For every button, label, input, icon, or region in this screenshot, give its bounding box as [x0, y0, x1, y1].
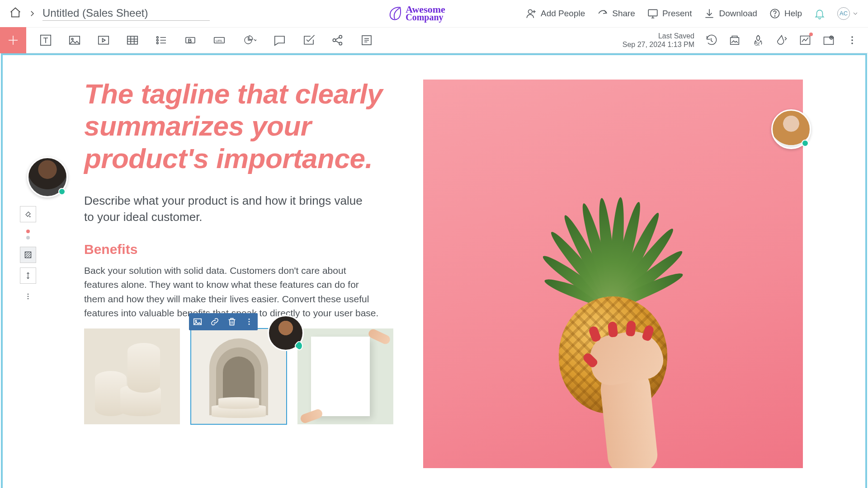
- insert-chart-button[interactable]: [241, 33, 259, 48]
- last-saved: Last Saved Sep 27, 2024 1:13 PM: [623, 32, 694, 49]
- svg-rect-19: [731, 38, 739, 44]
- home-icon[interactable]: [9, 6, 22, 21]
- description-text[interactable]: Describe what your product is and how it…: [84, 192, 373, 225]
- svg-point-3: [774, 15, 775, 16]
- collaborator-avatar-2[interactable]: [771, 109, 811, 149]
- document-title-input[interactable]: [42, 6, 210, 21]
- add-people-button[interactable]: Add People: [525, 8, 585, 19]
- header-actions: Add People Share Present Download Help A…: [525, 7, 859, 20]
- insert-button-button[interactable]: [183, 33, 198, 48]
- history-button[interactable]: [704, 33, 718, 47]
- thumbnail-1[interactable]: [84, 328, 180, 424]
- editor-canvas[interactable]: The tagline that clearly summarizes your…: [1, 53, 867, 488]
- svg-point-26: [851, 39, 853, 41]
- thumbnail-3[interactable]: [297, 328, 393, 424]
- image-context-toolbar: [189, 313, 258, 330]
- svg-point-36: [249, 324, 250, 325]
- svg-rect-8: [127, 36, 138, 44]
- svg-rect-7: [99, 36, 109, 44]
- present-label: Present: [662, 9, 692, 19]
- theme-button[interactable]: [775, 33, 788, 47]
- svg-point-17: [339, 42, 342, 45]
- logo-text-2: Company: [406, 14, 445, 21]
- share-button[interactable]: Share: [597, 8, 635, 19]
- svg-point-33: [195, 320, 197, 321]
- delete-icon[interactable]: [227, 317, 237, 327]
- download-label: Download: [719, 9, 757, 19]
- replace-image-icon[interactable]: [193, 317, 203, 327]
- svg-point-10: [156, 39, 158, 41]
- svg-point-0: [528, 9, 532, 14]
- benefits-body[interactable]: Back your solution with solid data. Cust…: [84, 263, 382, 320]
- svg-point-35: [249, 321, 250, 322]
- user-avatar: AC: [837, 7, 850, 20]
- breadcrumb: [9, 6, 210, 21]
- collaborator-avatar-3[interactable]: [268, 315, 304, 351]
- insert-list-button[interactable]: [154, 33, 169, 48]
- insert-text-button[interactable]: [38, 33, 53, 48]
- share-label: Share: [612, 9, 635, 19]
- benefits-heading[interactable]: Benefits: [84, 242, 401, 257]
- insert-video-button[interactable]: [96, 33, 111, 48]
- assets-button[interactable]: [728, 33, 741, 47]
- styles-button[interactable]: St: [751, 33, 765, 47]
- user-menu[interactable]: AC: [837, 7, 859, 20]
- more-icon[interactable]: [244, 317, 254, 327]
- svg-point-25: [851, 36, 853, 38]
- hero-image[interactable]: [423, 80, 803, 468]
- svg-point-24: [830, 37, 832, 38]
- image-row: [84, 328, 401, 424]
- last-saved-label: Last Saved: [623, 32, 694, 40]
- svg-point-16: [339, 35, 342, 38]
- chevron-down-icon: [852, 10, 859, 17]
- present-button[interactable]: Present: [647, 8, 692, 19]
- insert-table-button[interactable]: [125, 33, 140, 48]
- svg-text:URL: URL: [216, 39, 223, 43]
- settings-button[interactable]: [822, 33, 835, 47]
- insert-form-button[interactable]: [359, 33, 374, 48]
- tagline-heading[interactable]: The tagline that clearly summarizes your…: [84, 78, 401, 174]
- svg-point-34: [249, 319, 250, 320]
- svg-point-9: [156, 37, 158, 38]
- leaf-icon: [387, 5, 403, 22]
- analytics-button[interactable]: [798, 33, 812, 47]
- add-people-label: Add People: [541, 9, 585, 19]
- notifications-button[interactable]: [814, 8, 826, 19]
- svg-point-27: [851, 42, 853, 44]
- insert-url-button[interactable]: URL: [212, 33, 227, 48]
- link-icon[interactable]: [210, 317, 220, 327]
- thumbnail-2-selected[interactable]: [191, 328, 287, 424]
- insert-share-embed-button[interactable]: [330, 33, 345, 48]
- last-saved-time: Sep 27, 2024 1:13 PM: [623, 40, 694, 49]
- add-block-button[interactable]: [0, 27, 26, 53]
- insert-toolbar: URL Last Saved Sep 27, 2024 1:13 PM St: [0, 27, 868, 53]
- download-button[interactable]: Download: [703, 8, 757, 19]
- pineapple-illustration: [532, 152, 694, 468]
- insert-checklist-button[interactable]: [301, 33, 316, 48]
- svg-point-15: [333, 39, 335, 42]
- help-label: Help: [784, 9, 802, 19]
- more-button[interactable]: [845, 33, 859, 47]
- insert-image-button[interactable]: [67, 33, 82, 48]
- svg-point-11: [156, 42, 158, 44]
- svg-text:St: St: [755, 41, 760, 47]
- help-button[interactable]: Help: [769, 8, 802, 19]
- chevron-right-icon: [28, 9, 36, 18]
- insert-callout-button[interactable]: [272, 33, 288, 48]
- app-header: Awesome Company Add People Share Present…: [0, 0, 868, 27]
- company-logo: Awesome Company: [387, 5, 445, 22]
- svg-rect-1: [648, 9, 657, 16]
- svg-point-6: [71, 38, 73, 40]
- content-left-column: The tagline that clearly summarizes your…: [84, 78, 401, 468]
